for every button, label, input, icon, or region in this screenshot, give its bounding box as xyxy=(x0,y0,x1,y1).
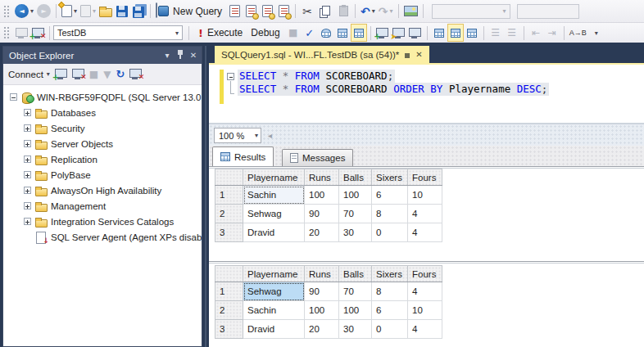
tree-expander-icon[interactable] xyxy=(24,155,31,163)
grid-cell[interactable]: Dravid xyxy=(243,223,305,242)
grid-cell[interactable]: 10 xyxy=(408,186,442,205)
grid-cell[interactable]: Sehwag xyxy=(243,205,305,223)
grid-column-header[interactable]: Balls xyxy=(339,266,372,282)
connect-query-button[interactable] xyxy=(13,24,29,42)
grid-cell[interactable]: 4 xyxy=(408,205,442,223)
grid-cell[interactable]: 70 xyxy=(339,282,372,301)
grid-column-header[interactable]: Sixers xyxy=(372,169,408,186)
undo-dropdown-caret[interactable]: ▾ xyxy=(372,7,375,15)
new-file-dropdown-caret[interactable]: ▾ xyxy=(74,7,77,15)
grid-cell[interactable]: Sachin xyxy=(243,186,305,205)
grid-row-number[interactable]: 2 xyxy=(215,205,243,223)
grid-cell[interactable]: 100 xyxy=(339,301,372,320)
add-item-button[interactable]: ▾ xyxy=(79,2,98,20)
oe-connect-icon[interactable]: + xyxy=(55,69,67,79)
grid-cell[interactable]: Dravid xyxy=(243,320,305,339)
query-options-button[interactable] xyxy=(318,24,334,42)
grid-row-number[interactable]: 3 xyxy=(215,223,243,242)
grid-cell[interactable]: 30 xyxy=(339,320,372,339)
grid-cell[interactable]: 0 xyxy=(372,320,408,339)
grid-cell[interactable]: 4 xyxy=(408,223,442,242)
grid-column-header[interactable]: Balls xyxy=(339,169,372,186)
grid-cell[interactable]: 100 xyxy=(339,186,372,205)
redo-button[interactable]: ↷ ▾ xyxy=(377,2,395,20)
grid-cell[interactable]: 4 xyxy=(408,282,442,301)
dmx-query-button[interactable] xyxy=(259,2,275,20)
grid-cell[interactable]: 20 xyxy=(305,223,339,242)
tree-item[interactable]: Databases xyxy=(3,105,202,120)
tree-item[interactable]: PolyBase xyxy=(3,167,202,183)
tab-close-icon[interactable]: ✕ xyxy=(415,50,422,59)
tree-expander-icon[interactable] xyxy=(24,140,31,147)
tree-item[interactable]: SQL Server Agent (Agent XPs disabl xyxy=(3,229,202,245)
save-button[interactable] xyxy=(114,2,130,20)
grid-cell[interactable]: 8 xyxy=(372,282,408,301)
connect-menu-button[interactable]: Connect ▾ xyxy=(8,70,50,79)
grid-cell[interactable]: 90 xyxy=(305,205,339,223)
grid-row-number[interactable]: 2 xyxy=(215,301,243,320)
grid-cell[interactable]: 0 xyxy=(372,223,408,242)
tree-item[interactable]: Replication xyxy=(3,151,202,167)
tree-expander-icon[interactable] xyxy=(24,187,31,194)
save-all-button[interactable] xyxy=(130,2,147,20)
results-to-grid-button[interactable] xyxy=(447,24,464,42)
query-analysis-button[interactable]: ➤ xyxy=(391,24,407,42)
grid-cell[interactable]: 10 xyxy=(408,301,442,320)
forward-button[interactable]: ► xyxy=(35,2,52,20)
grid-cell[interactable]: 90 xyxy=(305,282,339,301)
stop-button[interactable]: ■ xyxy=(285,24,302,42)
document-tab[interactable]: SQLQuery1.sql - WI...FL.TestDB (sa (54))… xyxy=(215,46,429,63)
grid-row-number[interactable]: 3 xyxy=(215,320,243,339)
sql-editor[interactable]: SELECT * FROM SCOREBOARD;SELECT * FROM S… xyxy=(209,65,644,123)
grid-cell[interactable]: Sehwag xyxy=(243,282,305,301)
results-to-file-button[interactable] xyxy=(464,24,480,42)
tree-expander-icon[interactable] xyxy=(24,202,31,210)
results-to-text-button[interactable] xyxy=(431,24,447,42)
database-combo-caret[interactable]: ▾ xyxy=(175,29,179,37)
back-button[interactable]: ◄ ▾ xyxy=(13,2,35,20)
tree-item[interactable]: AlwaysOn High Availability xyxy=(3,183,202,198)
grid-cell[interactable]: 100 xyxy=(305,301,339,320)
hscroll-left-arrow[interactable]: ◂ xyxy=(268,131,272,140)
oe-refresh-icon[interactable]: ↻ xyxy=(116,68,125,80)
grid-column-header[interactable]: Fours xyxy=(408,169,442,186)
grid-column-header[interactable]: Runs xyxy=(305,169,339,186)
panel-splitter[interactable] xyxy=(205,46,206,347)
increase-indent-button[interactable]: ⇥ xyxy=(544,24,560,42)
grid-cell[interactable]: 6 xyxy=(372,301,408,320)
database-engine-query-button[interactable] xyxy=(226,2,243,20)
code-line[interactable]: SELECT * FROM SCOREBOARD ORDER BY Player… xyxy=(238,83,549,96)
uncomment-button[interactable]: ☰ xyxy=(504,24,520,42)
toolbar-combo-2[interactable] xyxy=(517,4,579,19)
grid-row-number[interactable]: 1 xyxy=(215,282,243,301)
tree-item[interactable]: WIN-RBGF59FQDFL (SQL Server 13.0.16 xyxy=(3,89,202,105)
grid-column-header[interactable]: Fours xyxy=(408,266,442,282)
cut-button[interactable]: ✂ xyxy=(299,2,315,20)
parse-button[interactable]: ✓ xyxy=(302,24,318,42)
mdx-query-button[interactable] xyxy=(243,2,259,20)
oe-disconnect-icon[interactable]: ✕ xyxy=(72,69,84,79)
intellisense-button[interactable] xyxy=(334,24,351,42)
change-connection-button[interactable]: +✕ xyxy=(29,24,46,42)
tree-item[interactable]: Integration Services Catalogs xyxy=(3,214,202,229)
grid-row-number[interactable]: 1 xyxy=(215,186,243,205)
display-estimated-plan-button[interactable]: + xyxy=(374,24,391,42)
paste-button[interactable] xyxy=(335,2,351,20)
tree-expander-icon[interactable] xyxy=(24,109,31,116)
xmla-query-button[interactable] xyxy=(275,2,292,20)
copy-button[interactable] xyxy=(315,2,335,20)
grid-corner-header[interactable] xyxy=(215,266,243,282)
specify-template-values-button[interactable] xyxy=(407,24,424,42)
grid-column-header[interactable]: Playername xyxy=(243,169,305,186)
oe-server-error-icon[interactable]: ✕ xyxy=(129,69,142,79)
results-pane-toggle-button[interactable] xyxy=(351,24,367,42)
toolbar-grip[interactable] xyxy=(3,26,9,39)
open-file-button[interactable] xyxy=(98,2,114,20)
code-fold-collapse-icon[interactable] xyxy=(227,73,234,80)
back-dropdown-caret[interactable]: ▾ xyxy=(30,7,34,15)
tree-item[interactable]: Server Objects xyxy=(3,136,202,151)
new-query-button[interactable]: New Query xyxy=(154,2,226,20)
grid-cell[interactable]: 70 xyxy=(339,205,372,223)
grid-cell[interactable]: 8 xyxy=(372,205,408,223)
grid-cell[interactable]: 4 xyxy=(408,320,442,339)
